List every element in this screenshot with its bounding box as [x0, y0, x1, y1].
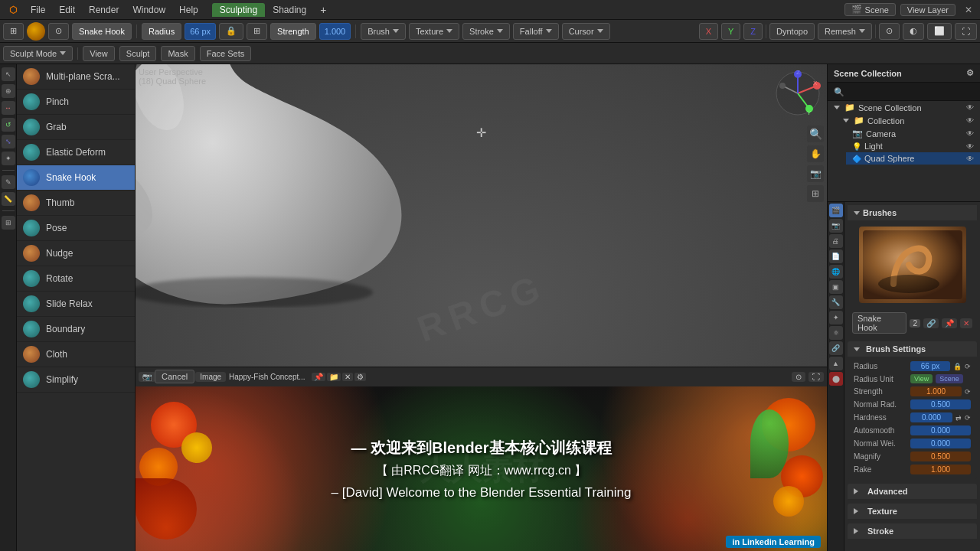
tool-rotate-icon[interactable]: ↺: [2, 118, 15, 132]
overlay-icon[interactable]: ⊙: [879, 23, 900, 40]
brush-item-pose[interactable]: Pose: [17, 216, 135, 241]
fullscreen-icon[interactable]: ⛶: [955, 23, 977, 40]
z-axis-btn[interactable]: Z: [743, 23, 763, 40]
scene-collection-eye[interactable]: 👁: [966, 103, 974, 112]
stroke-menu[interactable]: Stroke: [462, 23, 510, 40]
radius-lock-icon[interactable]: 🔒: [219, 23, 243, 40]
tab-sculpting[interactable]: Sculpting: [212, 3, 265, 17]
brush-item-cloth[interactable]: Cloth: [17, 342, 135, 367]
viewport-extra-icon[interactable]: ⊞: [807, 185, 824, 202]
image-icons[interactable]: 📌 📁 ✕ ⚙: [312, 373, 366, 381]
autosmooth-value[interactable]: 0.000: [910, 425, 971, 435]
close-btn[interactable]: ✕: [960, 3, 977, 17]
prop-material-icon[interactable]: ⬤: [829, 372, 843, 386]
view-layer-selector[interactable]: View Layer: [900, 4, 956, 16]
remesh-btn[interactable]: Remesh: [818, 23, 872, 40]
strength-value[interactable]: 1.000: [319, 23, 351, 40]
outliner-filter-icon[interactable]: ⚙: [966, 68, 974, 78]
view-menu[interactable]: View: [83, 46, 115, 61]
radius-reset-icon[interactable]: ⟳: [965, 363, 971, 370]
menu-window[interactable]: Window: [126, 3, 172, 17]
outliner-collection[interactable]: 📁 Collection 👁: [837, 114, 980, 127]
prop-scene-icon[interactable]: 🎬: [829, 204, 843, 217]
collection-eye[interactable]: 👁: [966, 116, 974, 125]
texture-header[interactable]: Texture: [848, 504, 977, 519]
navigation-gizmo[interactable]: X Y Z: [775, 70, 821, 116]
brush-name-display[interactable]: Snake Hook: [72, 23, 132, 40]
menu-file[interactable]: File: [24, 3, 51, 17]
workspace-icon[interactable]: ⊞: [3, 23, 24, 40]
prop-render-icon[interactable]: 📷: [829, 219, 843, 233]
prop-output-icon[interactable]: 🖨: [829, 234, 843, 248]
radius-prop-value[interactable]: 66 px: [910, 361, 950, 371]
tool-annotate-icon[interactable]: ✎: [2, 175, 15, 189]
rake-value[interactable]: 1.000: [910, 465, 971, 474]
tool-transform-icon[interactable]: ✦: [2, 152, 15, 165]
radius-value[interactable]: 66 px: [185, 23, 216, 40]
radius-unit-scene-btn[interactable]: Scene: [936, 374, 963, 383]
dyntopo-btn[interactable]: Dyntopo: [769, 23, 815, 40]
brush-item-slide-relax[interactable]: Slide Relax: [17, 292, 135, 317]
brush-item-rotate[interactable]: Rotate: [17, 266, 135, 292]
shading-icons[interactable]: ◐: [903, 23, 924, 40]
brush-item-nudge[interactable]: Nudge: [17, 241, 135, 266]
prop-constraints-icon[interactable]: 🔗: [829, 341, 843, 355]
light-eye[interactable]: 👁: [966, 142, 974, 151]
brush-remove-icon[interactable]: ✕: [960, 318, 972, 328]
brush-item-boundary[interactable]: Boundary: [17, 317, 135, 342]
radius-lock-icon[interactable]: 🔒: [953, 363, 962, 370]
grab-hand-icon[interactable]: ✋: [807, 145, 824, 162]
camera-eye[interactable]: 👁: [966, 129, 974, 138]
prop-data-icon[interactable]: ▲: [829, 357, 843, 370]
stroke-header[interactable]: Stroke: [848, 523, 977, 539]
brush-name-tag[interactable]: Snake Hook: [852, 312, 906, 334]
outliner-scene-collection[interactable]: 📁 Scene Collection 👁: [828, 101, 980, 114]
brush-item-pinch[interactable]: Pinch: [17, 90, 135, 115]
brush-pin-icon[interactable]: 📌: [942, 318, 957, 328]
brush-sphere-icon[interactable]: [27, 22, 45, 41]
image-view-icons[interactable]: ⊙: [792, 372, 805, 382]
prop-physics-icon[interactable]: ⚛: [829, 326, 843, 340]
tab-shading[interactable]: Shading: [266, 3, 312, 17]
brush-item-thumb[interactable]: Thumb: [17, 191, 135, 216]
tool-scale-icon[interactable]: ⤡: [2, 135, 15, 148]
menu-help[interactable]: Help: [173, 3, 204, 17]
radius-icon2[interactable]: ⊞: [247, 23, 267, 40]
brush-menu[interactable]: Brush: [361, 23, 406, 40]
normal-weight-value[interactable]: 0.000: [910, 439, 971, 448]
prop-particles-icon[interactable]: ✦: [829, 311, 843, 324]
cursor-icon[interactable]: ⊙: [48, 23, 69, 40]
tool-measure-icon[interactable]: 📏: [2, 192, 15, 206]
render-mode-btns[interactable]: ⬜: [927, 23, 952, 40]
hardness-reset[interactable]: ⟳: [965, 414, 971, 422]
falloff-menu[interactable]: Falloff: [513, 23, 559, 40]
normal-rad-value[interactable]: 0.500: [910, 399, 971, 409]
y-axis-btn[interactable]: Y: [721, 23, 740, 40]
texture-menu[interactable]: Texture: [409, 23, 459, 40]
brush-settings-header[interactable]: Brush Settings: [848, 341, 977, 357]
sculpt-mode-selector[interactable]: Sculpt Mode: [3, 46, 73, 61]
outliner-light[interactable]: 💡 Light 👁: [846, 140, 980, 152]
magnify-value[interactable]: 0.500: [910, 452, 971, 461]
hardness-arrows[interactable]: ⇄: [956, 414, 962, 422]
strength-prop-value[interactable]: 1.000: [910, 386, 962, 396]
brush-item-multiplane[interactable]: Multi-plane Scra...: [17, 64, 135, 90]
advanced-header[interactable]: Advanced: [848, 484, 977, 499]
quad-sphere-eye[interactable]: 👁: [966, 155, 974, 163]
radius-unit-view-btn[interactable]: View: [910, 374, 933, 383]
tool-cursor-icon[interactable]: ⊕: [2, 84, 15, 98]
x-axis-btn[interactable]: X: [699, 23, 718, 40]
outliner-camera[interactable]: 📷 Camera 👁: [846, 127, 980, 140]
face-sets-menu[interactable]: Face Sets: [200, 46, 252, 61]
tool-select-icon[interactable]: ↖: [2, 67, 15, 81]
brush-item-simplify[interactable]: Simplify: [17, 367, 135, 393]
blender-logo[interactable]: ⬡: [3, 3, 23, 17]
outliner-quad-sphere[interactable]: 🔷 Quad Sphere 👁: [846, 152, 980, 165]
tool-extra-icon[interactable]: ⊞: [2, 216, 15, 230]
menu-edit[interactable]: Edit: [53, 3, 81, 17]
strength-reset-icon[interactable]: ⟳: [965, 388, 971, 396]
hardness-value[interactable]: 0.000: [910, 412, 952, 422]
prop-view-layer-icon[interactable]: 📄: [829, 249, 843, 263]
brush-item-snake-hook[interactable]: Snake Hook: [17, 165, 135, 191]
tab-add[interactable]: +: [314, 2, 332, 18]
